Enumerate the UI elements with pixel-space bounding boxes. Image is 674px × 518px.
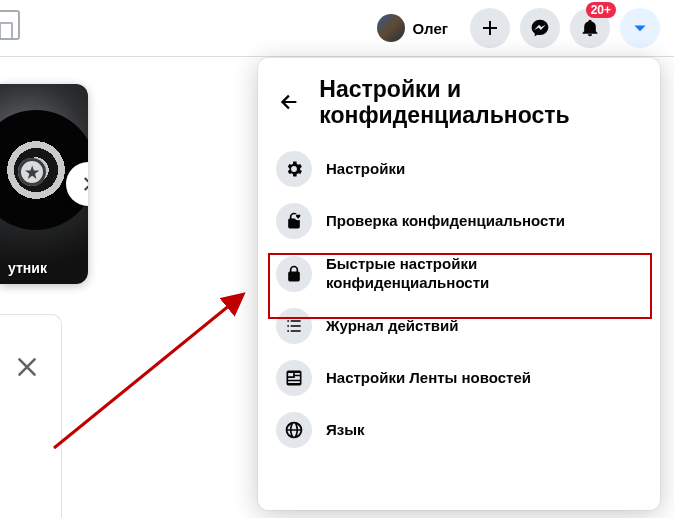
home-icon-fragment [0,10,20,40]
messenger-icon [530,18,550,38]
story-caption: утник [8,260,47,276]
panel-header: Настройки и конфиденциальность [266,72,652,137]
header-divider [0,56,674,57]
close-icon [14,354,40,380]
lock-heart-icon [276,203,312,239]
left-panel-edge [0,314,62,518]
menu-item-news-feed-preferences[interactable]: Настройки Ленты новостей [266,352,652,404]
menu-item-label: Настройки Ленты новостей [326,369,531,388]
menu-item-language[interactable]: Язык [266,404,652,456]
header-bar: Олег 20+ [0,0,674,56]
profile-chip[interactable]: Олег [373,10,460,46]
settings-privacy-panel: Настройки и конфиденциальность Настройки… [258,58,660,510]
menu-list: Настройки Проверка конфиденциальности Бы… [266,143,652,457]
messenger-button[interactable] [520,8,560,48]
menu-item-activity-log[interactable]: Журнал действий [266,300,652,352]
plus-icon [480,18,500,38]
avatar [377,14,405,42]
menu-item-label: Журнал действий [326,317,458,336]
notification-badge: 20+ [586,2,616,18]
panel-title: Настройки и конфиденциальность [319,76,644,129]
menu-item-settings[interactable]: Настройки [266,143,652,195]
bell-icon [580,18,600,38]
lock-icon [276,256,312,292]
story-card[interactable]: ★ утник [0,84,88,284]
arrow-right-icon [78,174,88,194]
arrow-left-icon [278,91,300,113]
news-feed-icon [276,360,312,396]
menu-item-privacy-shortcuts[interactable]: Быстрые настройки конфиденциальности [266,247,652,301]
list-icon [276,308,312,344]
menu-item-label: Быстрые настройки конфиденциальности [326,255,642,293]
user-name: Олег [413,20,448,37]
menu-item-label: Проверка конфиденциальности [326,212,565,231]
close-button[interactable] [14,354,40,380]
menu-item-label: Настройки [326,160,405,179]
gear-icon [276,151,312,187]
create-button[interactable] [470,8,510,48]
menu-item-privacy-checkup[interactable]: Проверка конфиденциальности [266,195,652,247]
account-menu-button[interactable] [620,8,660,48]
notifications-button[interactable]: 20+ [570,8,610,48]
back-button[interactable] [274,84,303,120]
caret-down-icon [632,20,648,36]
globe-icon [276,412,312,448]
story-emblem: ★ [18,158,46,186]
menu-item-label: Язык [326,421,365,440]
svg-line-1 [54,296,241,448]
